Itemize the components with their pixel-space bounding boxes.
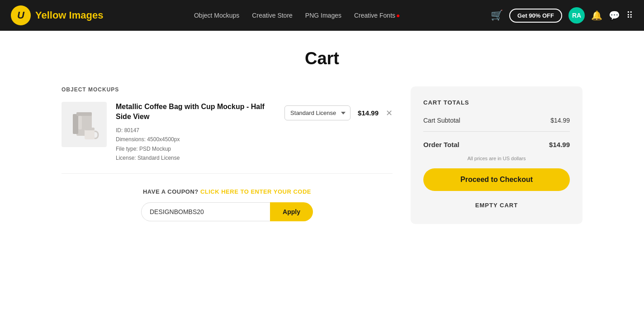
discount-button[interactable]: Get 90% OFF	[509, 9, 562, 23]
totals-title: CART TOTALS	[423, 99, 570, 106]
logo[interactable]: U Yellow Images	[11, 5, 103, 25]
license-select[interactable]: Standard License Extended License	[284, 105, 350, 120]
nav-object-mockups[interactable]: Object Mockups	[194, 12, 239, 19]
svg-rect-2	[76, 112, 92, 116]
coupon-row: Apply	[141, 202, 313, 221]
section-label: OBJECT MOCKUPS	[62, 86, 393, 93]
svg-rect-5	[85, 128, 95, 130]
main-content: Cart OBJECT MOCKUPS	[51, 31, 593, 242]
order-total-row: Order Total $14.99	[423, 141, 570, 148]
coupon-input[interactable]	[141, 202, 270, 221]
chat-icon[interactable]: 💬	[609, 10, 620, 21]
cart-icon[interactable]: 🛒	[491, 10, 503, 21]
item-meta: ID: 80147 Dimensions: 4500x4500px File t…	[116, 126, 275, 163]
subtotal-label: Cart Subtotal	[423, 117, 460, 124]
page-title: Cart	[62, 49, 582, 68]
coupon-apply-button[interactable]: Apply	[270, 202, 313, 221]
bell-icon[interactable]: 🔔	[591, 10, 602, 21]
order-total-label: Order Total	[423, 141, 459, 148]
item-controls: Standard License Extended License $14.99…	[284, 105, 393, 120]
checkout-button[interactable]: Proceed to Checkout	[423, 168, 570, 191]
subtotal-row: Cart Subtotal $14.99	[423, 117, 570, 124]
grid-icon[interactable]: ⠿	[626, 10, 633, 21]
cart-layout: OBJECT MOCKUPS	[62, 86, 582, 224]
cart-left: OBJECT MOCKUPS	[62, 86, 393, 221]
cart-item: Metallic Coffee Bag with Cup Mockup - Ha…	[62, 102, 393, 174]
cart-right: CART TOTALS Cart Subtotal $14.99 Order T…	[411, 86, 582, 224]
subtotal-value: $14.99	[550, 117, 570, 124]
order-total-value: $14.99	[549, 141, 570, 148]
svg-rect-1	[73, 114, 78, 134]
nav-creative-fonts[interactable]: Creative Fonts●	[354, 12, 400, 19]
logo-icon: U	[11, 5, 31, 25]
header-right: 🛒 Get 90% OFF RA 🔔 💬 ⠿	[491, 7, 633, 24]
item-image	[62, 102, 107, 147]
nav-png-images[interactable]: PNG Images	[305, 12, 341, 19]
avatar[interactable]: RA	[568, 7, 585, 24]
item-thumbnail	[64, 104, 104, 145]
item-details: Metallic Coffee Bag with Cup Mockup - Ha…	[116, 102, 275, 162]
nav: Object Mockups Creative Store PNG Images…	[118, 12, 476, 19]
new-dot: ●	[396, 12, 400, 19]
coupon-link[interactable]: CLICK HERE TO ENTER YOUR CODE	[200, 188, 311, 195]
remove-item-button[interactable]: ✕	[386, 109, 393, 117]
empty-cart-button[interactable]: EMPTY CART	[423, 197, 570, 213]
cart-totals-box: CART TOTALS Cart Subtotal $14.99 Order T…	[411, 86, 582, 224]
currency-note: All prices are in US dollars	[423, 156, 570, 161]
nav-creative-store[interactable]: Creative Store	[252, 12, 292, 19]
header: U Yellow Images Object Mockups Creative …	[0, 0, 644, 31]
coupon-section: HAVE A COUPON? CLICK HERE TO ENTER YOUR …	[62, 188, 393, 221]
logo-text: Yellow Images	[35, 10, 103, 21]
item-title: Metallic Coffee Bag with Cup Mockup - Ha…	[116, 102, 275, 122]
item-price: $14.99	[358, 109, 379, 117]
totals-divider	[423, 131, 570, 132]
coupon-label: HAVE A COUPON? CLICK HERE TO ENTER YOUR …	[62, 188, 393, 195]
svg-rect-3	[78, 116, 82, 129]
